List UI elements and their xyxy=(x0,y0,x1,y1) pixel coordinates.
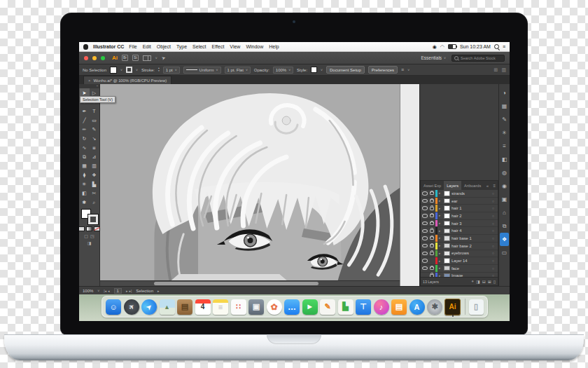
layer-target-icon[interactable]: ○ xyxy=(492,244,496,248)
fill-chevron-icon[interactable]: ˅ xyxy=(120,68,122,72)
dock-numbers[interactable]: ▙ xyxy=(337,299,354,315)
dock-photo-booth[interactable]: ▣ xyxy=(248,299,265,315)
wifi-menu-icon[interactable]: ◠ xyxy=(440,44,444,49)
lock-toggle[interactable] xyxy=(429,229,434,233)
layer-name[interactable]: hair 2 xyxy=(451,214,491,218)
visibility-toggle[interactable] xyxy=(422,222,428,226)
minimize-window-button[interactable] xyxy=(92,56,97,60)
display-menu-icon[interactable]: ◉ xyxy=(433,44,437,49)
layers-panel-icon[interactable]: ❖ xyxy=(500,233,509,246)
lock-toggle[interactable] xyxy=(429,222,434,225)
expand-arrow-icon[interactable]: ▸ xyxy=(439,222,442,225)
lock-toggle[interactable] xyxy=(429,214,434,217)
layer-name[interactable]: Layer 14 xyxy=(451,259,491,263)
apple-menu-icon[interactable] xyxy=(83,44,88,50)
layer-target-icon[interactable]: ○ xyxy=(492,191,496,196)
layer-row[interactable]: ▸ hair base 2 ○ xyxy=(421,243,498,250)
dock-itunes[interactable]: ♪ xyxy=(373,299,389,315)
brush-definition-dropdown[interactable]: 1 pt. Flat ˅ xyxy=(225,67,251,74)
lock-toggle[interactable] xyxy=(429,191,434,195)
color-panel-icon[interactable]: ◑ xyxy=(500,86,509,100)
none-button[interactable] xyxy=(94,226,100,231)
menu-item[interactable]: Help xyxy=(269,44,279,49)
fill-color-swatch[interactable] xyxy=(110,67,117,74)
expand-arrow-icon[interactable]: ▸ xyxy=(439,266,442,270)
width-tool[interactable]: ∿ xyxy=(80,143,90,152)
arrange-documents-icon[interactable]: ⊞ xyxy=(494,67,498,73)
panel-menu-icon[interactable]: ≡ xyxy=(491,181,498,190)
layer-name[interactable]: hair 4 xyxy=(451,229,491,233)
dock-pages[interactable]: ✎ xyxy=(320,299,336,315)
dock-app-store[interactable]: A xyxy=(409,299,425,315)
layer-target-icon[interactable]: ○ xyxy=(492,222,496,226)
layer-row[interactable]: ▸ hair 1 ○ xyxy=(421,205,498,212)
artboard-tool[interactable]: ◧ xyxy=(80,189,90,198)
layer-row[interactable]: ▸ hair 2 ○ xyxy=(421,212,498,220)
symbols-panel-icon[interactable]: ✳ xyxy=(500,126,509,139)
align-icon[interactable]: ≡ xyxy=(401,67,404,72)
layer-target-icon[interactable]: ○ xyxy=(492,259,496,263)
dock-messages[interactable]: … xyxy=(284,299,300,315)
menu-app-name[interactable]: Illustrator CC xyxy=(93,44,124,49)
swatches-panel-icon[interactable]: ▦ xyxy=(500,100,509,113)
stroke-swatch[interactable] xyxy=(88,214,98,224)
last-artboard-icon[interactable]: ▸| xyxy=(129,289,132,293)
new-layer-icon[interactable]: ⊞ xyxy=(488,279,491,284)
draw-behind-icon[interactable]: ◳ xyxy=(90,233,94,238)
variable-width-profile-dropdown[interactable]: Uniform ˅ xyxy=(183,67,221,74)
free-transform-tool[interactable]: ⧈ xyxy=(90,143,99,152)
shape-builder-tool[interactable]: ⧉ xyxy=(80,152,90,161)
layer-row[interactable]: ▸ eyebrows ○ xyxy=(421,250,498,258)
layer-name[interactable]: ear xyxy=(451,199,491,203)
visibility-toggle[interactable] xyxy=(422,259,428,263)
symbol-sprayer-tool[interactable]: ✳ xyxy=(80,179,90,189)
appearance-panel-icon[interactable]: ◉ xyxy=(500,179,509,193)
artboards-panel-icon[interactable]: ▭ xyxy=(500,246,509,259)
locate-object-icon[interactable]: ⌖ xyxy=(472,279,474,284)
visibility-toggle[interactable] xyxy=(422,191,428,196)
dock-launchpad[interactable]: ✈ xyxy=(123,299,139,315)
screen-layout-icon[interactable]: ▥ xyxy=(501,67,506,73)
menu-item[interactable]: File xyxy=(129,44,136,49)
document-setup-button[interactable]: Document Setup xyxy=(326,66,365,74)
layer-name[interactable]: eyebrows xyxy=(451,251,491,255)
new-sublayer-icon[interactable]: ⊟ xyxy=(482,279,486,284)
layer-target-icon[interactable]: ○ xyxy=(492,251,496,255)
layer-row[interactable]: ▸ strands ○ xyxy=(421,190,498,198)
battery-icon[interactable] xyxy=(448,44,456,49)
visibility-toggle[interactable] xyxy=(422,244,428,248)
dock-facetime[interactable]: ▶ xyxy=(302,299,318,315)
visibility-toggle[interactable] xyxy=(422,199,428,203)
zoom-chevron-icon[interactable]: ˅ xyxy=(97,289,99,293)
menu-item[interactable]: Edit xyxy=(143,44,151,49)
Layers[interactable]: Layers xyxy=(444,181,461,190)
libraries-panel-icon[interactable]: ⌂ xyxy=(500,206,509,219)
layer-target-icon[interactable]: ○ xyxy=(492,206,496,210)
blend-tool[interactable]: ❖ xyxy=(90,170,99,179)
scale-tool[interactable]: ↘ xyxy=(90,134,99,143)
expand-arrow-icon[interactable]: ▸ xyxy=(439,274,442,277)
stepper-down-icon[interactable]: ▾ xyxy=(158,70,160,73)
layer-name[interactable]: Image xyxy=(451,273,491,277)
menu-item[interactable]: Select xyxy=(192,44,206,49)
dock-notes[interactable]: ≡ xyxy=(213,299,229,315)
dock-preview[interactable]: ▲ xyxy=(159,299,175,315)
slice-tool[interactable]: ✂ xyxy=(90,189,99,198)
lock-toggle[interactable] xyxy=(429,199,434,203)
menu-item[interactable]: Object xyxy=(157,44,171,49)
share-icon[interactable]: ➤ xyxy=(160,55,166,62)
dock-trash[interactable]: ▯ xyxy=(465,299,484,315)
zoom-level[interactable]: 100% xyxy=(83,289,93,293)
stock-button[interactable]: St xyxy=(132,55,139,61)
close-window-button[interactable] xyxy=(84,56,88,60)
pen-tool[interactable]: ✒ xyxy=(80,107,90,116)
dock-photos[interactable]: ✿ xyxy=(266,299,282,315)
delete-layer-icon[interactable]: ▯ xyxy=(493,279,496,284)
layer-name[interactable]: hair 3 xyxy=(451,222,491,226)
document-tab[interactable]: × Wonho.ai* @ 100% (RGB/CPU Preview) xyxy=(83,76,172,84)
type-tool[interactable]: T xyxy=(90,107,99,116)
menu-item[interactable]: Window xyxy=(246,44,263,49)
pencil-tool[interactable]: ✎ xyxy=(90,125,99,134)
layer-target-icon[interactable]: ○ xyxy=(492,214,496,218)
layer-row[interactable]: ▸ face ○ xyxy=(421,265,498,273)
